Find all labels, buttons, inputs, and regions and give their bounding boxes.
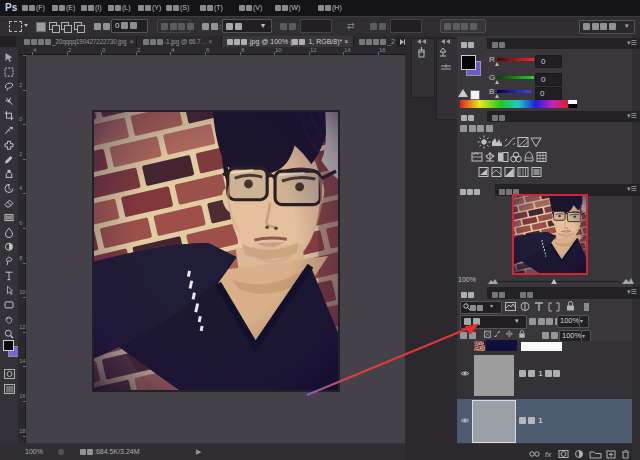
svg-text:fx: fx [545, 450, 552, 459]
